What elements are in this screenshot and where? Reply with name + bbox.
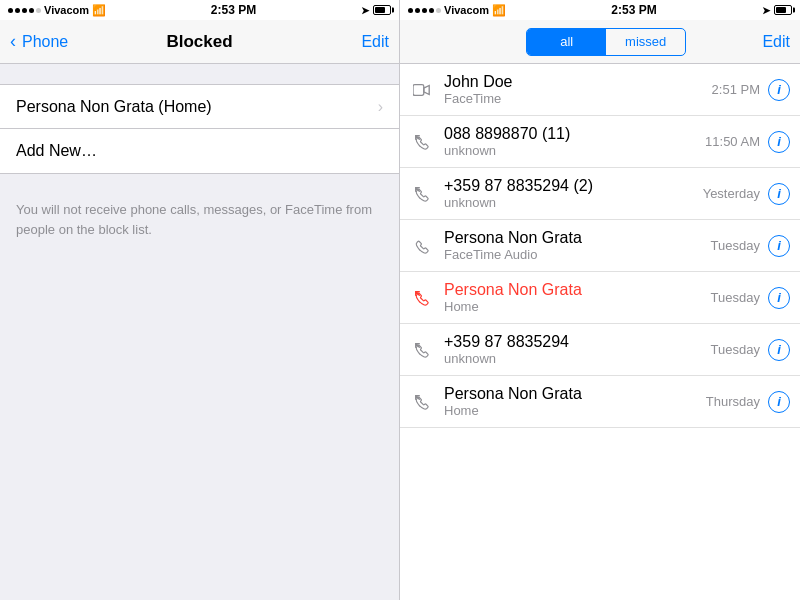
call-details: 088 8898870 (11) unknown xyxy=(444,125,705,158)
phone-incoming-icon xyxy=(408,336,436,364)
call-details: +359 87 8835294 (2) unknown xyxy=(444,177,703,210)
svg-rect-0 xyxy=(413,84,424,95)
call-name-missed: Persona Non Grata xyxy=(444,281,711,299)
facetime-audio-icon xyxy=(408,232,436,260)
blocked-list: Persona Non Grata (Home) › Add New… xyxy=(0,84,399,174)
all-tab-label: all xyxy=(560,34,573,49)
call-item: 088 8898870 (11) unknown 11:50 AM i xyxy=(400,116,800,168)
recents-edit-button[interactable]: Edit xyxy=(762,33,790,51)
call-time: 2:51 PM xyxy=(712,82,760,97)
phone-incoming-icon xyxy=(408,388,436,416)
info-icon: i xyxy=(777,238,781,253)
call-sub: unknown xyxy=(444,195,703,210)
call-item: Persona Non Grata FaceTime Audio Tuesday… xyxy=(400,220,800,272)
call-details: John Doe FaceTime xyxy=(444,73,712,106)
recents-nav-bar: all missed Edit xyxy=(400,20,800,64)
info-button[interactable]: i xyxy=(768,339,790,361)
persona-home-label: Persona Non Grata (Home) xyxy=(16,98,212,116)
call-name: Persona Non Grata xyxy=(444,385,706,403)
call-sub: unknown xyxy=(444,351,711,366)
call-item: John Doe FaceTime 2:51 PM i xyxy=(400,64,800,116)
recents-panel: Vivacom 📶 2:53 PM ➤ all missed Edit xyxy=(400,0,800,600)
left-right-icons: ➤ xyxy=(361,5,391,16)
call-list: John Doe FaceTime 2:51 PM i 088 8898870 … xyxy=(400,64,800,600)
right-status-bar: Vivacom 📶 2:53 PM ➤ xyxy=(400,0,800,20)
call-time: Thursday xyxy=(706,394,760,409)
call-sub: Home xyxy=(444,403,706,418)
blocked-title: Blocked xyxy=(166,32,232,52)
info-button[interactable]: i xyxy=(768,79,790,101)
call-name: John Doe xyxy=(444,73,712,91)
info-button[interactable]: i xyxy=(768,183,790,205)
call-time: Tuesday xyxy=(711,238,760,253)
list-item[interactable]: Persona Non Grata (Home) › xyxy=(0,85,399,129)
right-right-icons: ➤ xyxy=(762,5,792,16)
call-details: Persona Non Grata FaceTime Audio xyxy=(444,229,711,262)
info-section: You will not receive phone calls, messag… xyxy=(0,184,399,255)
call-time: 11:50 AM xyxy=(705,134,760,149)
blocked-nav-bar: ‹ Phone Blocked Edit xyxy=(0,20,399,64)
back-label: Phone xyxy=(22,33,68,51)
info-button[interactable]: i xyxy=(768,391,790,413)
call-name: 088 8898870 (11) xyxy=(444,125,705,143)
carrier-name: Vivacom xyxy=(44,4,89,16)
location-arrow-icon: ➤ xyxy=(361,5,369,16)
call-details: Persona Non Grata Home xyxy=(444,385,706,418)
left-time: 2:53 PM xyxy=(211,3,256,17)
add-new-item[interactable]: Add New… xyxy=(0,129,399,173)
missed-tab[interactable]: missed xyxy=(606,29,685,55)
right-carrier: Vivacom 📶 xyxy=(408,4,506,17)
info-button[interactable]: i xyxy=(768,287,790,309)
info-button[interactable]: i xyxy=(768,235,790,257)
call-item: Persona Non Grata Home Tuesday i xyxy=(400,272,800,324)
signal-icon xyxy=(8,8,41,13)
battery-icon xyxy=(373,5,391,15)
info-text: You will not receive phone calls, messag… xyxy=(16,200,383,239)
left-carrier: Vivacom 📶 xyxy=(8,4,106,17)
info-icon: i xyxy=(777,290,781,305)
all-tab[interactable]: all xyxy=(527,29,606,55)
info-icon: i xyxy=(777,342,781,357)
segmented-control: all missed xyxy=(526,28,686,56)
info-icon: i xyxy=(777,186,781,201)
wifi-icon: 📶 xyxy=(92,4,106,17)
right-wifi-icon: 📶 xyxy=(492,4,506,17)
blocked-panel: Vivacom 📶 2:53 PM ➤ ‹ Phone Blocked Edit… xyxy=(0,0,400,600)
right-carrier-name: Vivacom xyxy=(444,4,489,16)
info-icon: i xyxy=(777,394,781,409)
call-name: +359 87 8835294 xyxy=(444,333,711,351)
phone-incoming-icon xyxy=(408,128,436,156)
phone-incoming-icon xyxy=(408,180,436,208)
chevron-left-icon: ‹ xyxy=(10,31,16,52)
right-battery-icon xyxy=(774,5,792,15)
call-time: Tuesday xyxy=(711,290,760,305)
call-time: Yesterday xyxy=(703,186,760,201)
call-details: Persona Non Grata Home xyxy=(444,281,711,314)
chevron-right-icon: › xyxy=(378,98,383,116)
blocked-edit-button[interactable]: Edit xyxy=(361,33,389,51)
call-sub: FaceTime xyxy=(444,91,712,106)
call-time: Tuesday xyxy=(711,342,760,357)
add-new-label: Add New… xyxy=(16,142,97,160)
info-icon: i xyxy=(777,134,781,149)
call-details: +359 87 8835294 unknown xyxy=(444,333,711,366)
right-signal-icon xyxy=(408,8,441,13)
back-button[interactable]: ‹ Phone xyxy=(10,31,68,52)
facetime-icon xyxy=(408,76,436,104)
call-sub: Home xyxy=(444,299,711,314)
phone-missed-icon xyxy=(408,284,436,312)
call-name: Persona Non Grata xyxy=(444,229,711,247)
call-sub: unknown xyxy=(444,143,705,158)
right-location-arrow-icon: ➤ xyxy=(762,5,770,16)
call-item: +359 87 8835294 unknown Tuesday i xyxy=(400,324,800,376)
call-name: +359 87 8835294 (2) xyxy=(444,177,703,195)
call-item: +359 87 8835294 (2) unknown Yesterday i xyxy=(400,168,800,220)
info-icon: i xyxy=(777,82,781,97)
info-button[interactable]: i xyxy=(768,131,790,153)
left-status-bar: Vivacom 📶 2:53 PM ➤ xyxy=(0,0,399,20)
call-sub: FaceTime Audio xyxy=(444,247,711,262)
call-item: Persona Non Grata Home Thursday i xyxy=(400,376,800,428)
missed-tab-label: missed xyxy=(625,34,666,49)
right-time: 2:53 PM xyxy=(611,3,656,17)
